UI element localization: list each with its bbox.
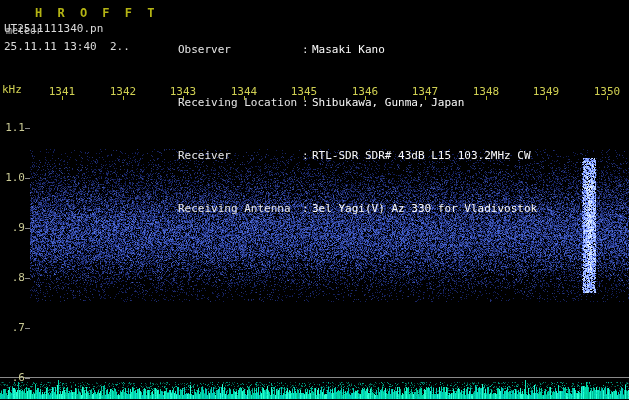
y-tick-label: 1.0 <box>1 171 25 184</box>
colon-separator: : <box>302 202 312 215</box>
header-row-antenna: Receiving Antenna:3el Yagi(V) Az 330 for… <box>178 202 537 217</box>
y-tick-label: 1.1 <box>1 121 25 134</box>
y-tick-label: .7 <box>1 321 25 334</box>
y-tick-label: .9 <box>1 221 25 234</box>
x-tick-label: 1345 <box>288 85 320 98</box>
x-tick-label: 1347 <box>409 85 441 98</box>
colon-separator: : <box>302 43 312 56</box>
x-tick-label: 1343 <box>167 85 199 98</box>
header-row-location: Receiving Location:Shibukawa, Gunma, Jap… <box>178 96 537 111</box>
y-tick-label: .8 <box>1 271 25 284</box>
filename-line: UT2511111340.pnmeteor <box>4 22 40 35</box>
colon-separator: : <box>302 149 312 162</box>
filename-tag: meteor <box>6 25 42 36</box>
header-info: Observer:Masaki Kano Receiving Location:… <box>178 5 537 255</box>
header-label: Receiving Antenna <box>178 202 302 215</box>
x-tick-label: 1344 <box>228 85 260 98</box>
header-value: Masaki Kano <box>312 43 385 56</box>
x-tick-label: 1349 <box>530 85 562 98</box>
x-tick-label: 1346 <box>349 85 381 98</box>
y-axis-unit: kHz <box>2 83 22 96</box>
header-row-receiver: Receiver:RTL-SDR SDR# 43dB L15 103.2MHz … <box>178 149 537 164</box>
header-value: Shibukawa, Gunma, Japan <box>312 96 464 109</box>
header-label: Receiver <box>178 149 302 162</box>
hrofft-screen: H R O F F T UT2511111340.pnmeteor 25.11.… <box>0 0 629 400</box>
header-value: RTL-SDR SDR# 43dB L15 103.2MHz CW <box>312 149 531 162</box>
header-value: 3el Yagi(V) Az 330 for Vladivostok <box>312 202 537 215</box>
x-tick-label: 1350 <box>591 85 623 98</box>
header-row-observer: Observer:Masaki Kano <box>178 43 537 58</box>
header-label: Observer <box>178 43 302 56</box>
datetime-label: 25.11.11 13:40 2.. <box>4 40 130 53</box>
x-tick-label: 1341 <box>46 85 78 98</box>
app-title: H R O F F T <box>35 6 158 20</box>
x-tick-label: 1342 <box>107 85 139 98</box>
y-tick-label: .6 <box>1 371 25 384</box>
x-tick-label: 1348 <box>470 85 502 98</box>
